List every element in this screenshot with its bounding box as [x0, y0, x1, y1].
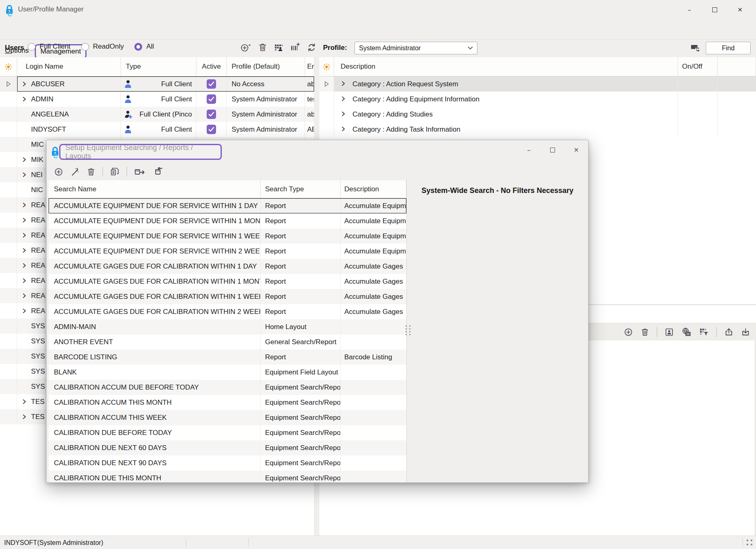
expand-toggle[interactable] — [341, 125, 346, 134]
expand-toggle[interactable] — [17, 248, 31, 253]
radio-icon[interactable] — [81, 43, 89, 51]
expand-toggle[interactable] — [17, 278, 31, 283]
user-grid-icon[interactable] — [274, 43, 283, 52]
delete-search-icon[interactable] — [87, 167, 96, 177]
add-search-icon[interactable] — [54, 167, 63, 177]
profile-sync-icon[interactable] — [690, 43, 701, 53]
find-button[interactable]: Find — [706, 42, 751, 54]
expand-toggle[interactable] — [17, 202, 31, 208]
edit-wand-icon[interactable] — [70, 167, 80, 177]
column-header-active[interactable]: Active — [196, 57, 227, 76]
search-name-cell: CALIBRATION DUE THIS MONTH — [49, 471, 261, 482]
category-row[interactable]: Category : Action Request System — [319, 76, 756, 92]
expand-toggle[interactable] — [17, 414, 31, 419]
column-header-search-name[interactable]: Search Name — [49, 180, 261, 198]
column-chooser-icon[interactable] — [290, 43, 300, 52]
grid-filter-icon[interactable] — [699, 327, 709, 337]
expand-toggle[interactable] — [17, 96, 31, 102]
column-header-description[interactable]: Description — [341, 180, 406, 198]
search-row[interactable]: CALIBRATION DUE NEXT 60 DAYSEquipment Se… — [49, 440, 406, 455]
user-row-indysoft[interactable]: INDYSOFTFull ClientSystem AdministratorA… — [0, 122, 314, 137]
resize-grip[interactable] — [747, 540, 753, 546]
export-icon[interactable] — [724, 327, 734, 337]
column-header-profile[interactable]: Profile (Default) — [227, 57, 305, 76]
column-header-login-name[interactable]: Login Name — [17, 57, 121, 76]
svg-text:C: C — [8, 11, 12, 17]
category-row[interactable]: Category : Adding Studies — [319, 107, 756, 122]
category-row[interactable]: Category : Adding Equipment Information — [319, 92, 756, 107]
column-header-onoff[interactable]: On/Off — [678, 57, 718, 76]
expand-toggle[interactable] — [17, 308, 31, 314]
category-row[interactable]: Category : Adding Task Information — [319, 122, 756, 137]
minimize-button[interactable]: − — [677, 2, 702, 17]
options-sun-icon[interactable] — [319, 63, 334, 71]
search-row[interactable]: CALIBRATION DUE NEXT 90 DAYSEquipment Se… — [49, 455, 406, 471]
search-row[interactable]: ACCUMULATE GAGES DUE FOR CALIBRATION WIT… — [49, 304, 406, 319]
export-search-icon[interactable] — [134, 167, 145, 177]
expand-toggle[interactable] — [17, 263, 31, 268]
search-row[interactable]: ADMIN-MAINHome Layout — [49, 319, 406, 334]
dialog-minimize-button[interactable]: − — [517, 142, 541, 158]
search-row[interactable]: CALIBRATION DUE BEFORE TODAYEquipment Se… — [49, 425, 406, 440]
expand-toggle[interactable] — [17, 217, 31, 223]
active-checkbox[interactable] — [207, 110, 216, 119]
column-header-description[interactable]: Description — [334, 57, 678, 76]
search-row[interactable]: ACCUMULATE EQUIPMENT DUE FOR SERVICE WIT… — [49, 229, 406, 244]
user-card-icon[interactable] — [665, 327, 674, 337]
expand-toggle[interactable] — [341, 110, 346, 119]
globe-translate-icon[interactable]: ab — [681, 327, 691, 337]
active-checkbox[interactable] — [207, 79, 216, 89]
import-icon[interactable] — [741, 327, 750, 337]
profile-dropdown[interactable]: System Administrator — [355, 42, 477, 54]
expand-toggle[interactable] — [341, 95, 346, 103]
refresh-icon[interactable] — [307, 43, 317, 52]
delete-item-icon[interactable] — [640, 327, 649, 337]
search-row[interactable]: ACCUMULATE GAGES DUE FOR CALIBRATION WIT… — [49, 289, 406, 304]
copy-layout-icon[interactable] — [110, 167, 120, 177]
radio-icon[interactable] — [28, 43, 36, 51]
active-checkbox[interactable] — [207, 125, 216, 134]
search-row[interactable]: CALIBRATION DUE THIS MONTHEquipment Sear… — [49, 471, 406, 482]
users-filter-radio-full-client[interactable]: Full Client — [28, 43, 71, 51]
user-row-admin[interactable]: ADMINFull ClientSystem Administratortes — [0, 92, 314, 107]
dialog-maximize-button[interactable] — [541, 142, 564, 158]
dialog-close-button[interactable]: ✕ — [564, 142, 588, 158]
login-name: INDYSOFT — [31, 125, 66, 134]
expand-toggle[interactable] — [17, 81, 31, 87]
search-row[interactable]: CALIBRATION ACCUM THIS MONTHEquipment Se… — [49, 395, 406, 410]
expand-toggle[interactable] — [17, 399, 31, 404]
add-user-button[interactable] — [240, 43, 252, 52]
active-checkbox[interactable] — [207, 94, 216, 104]
add-item-icon[interactable] — [624, 327, 633, 337]
splitter-handle[interactable] — [406, 325, 411, 335]
column-header-type[interactable]: Type — [121, 57, 196, 76]
search-row[interactable]: CALIBRATION ACCUM THIS WEEKEquipment Sea… — [49, 410, 406, 425]
search-row[interactable]: ACCUMULATE EQUIPMENT DUE FOR SERVICE WIT… — [49, 244, 406, 259]
search-row[interactable]: BARCODE LISTINGReportBarcode Listing — [49, 350, 406, 365]
delete-user-icon[interactable] — [258, 43, 267, 52]
column-header-email[interactable]: Er — [305, 57, 314, 76]
expand-toggle[interactable] — [17, 293, 31, 298]
expand-toggle[interactable] — [17, 233, 31, 238]
users-filter-radio-readonly[interactable]: ReadOnly — [81, 43, 124, 51]
column-header-search-type[interactable]: Search Type — [261, 180, 341, 198]
expand-toggle[interactable] — [17, 172, 31, 177]
close-button[interactable]: ✕ — [727, 2, 753, 17]
search-row[interactable]: ACCUMULATE GAGES DUE FOR CALIBRATION WIT… — [49, 259, 406, 274]
toolbar-separator — [127, 167, 127, 177]
expand-toggle[interactable] — [341, 80, 346, 88]
import-search-icon[interactable] — [152, 167, 163, 177]
user-row-angelena[interactable]: ANGELENAFull Client (PincoSystem Adminis… — [0, 107, 314, 122]
maximize-button[interactable] — [702, 2, 727, 17]
search-row[interactable]: ACCUMULATE GAGES DUE FOR CALIBRATION WIT… — [49, 274, 406, 289]
search-row[interactable]: BLANKEquipment Field Layout — [49, 365, 406, 380]
search-row[interactable]: CALIBRATION ACCUM DUE BEFORE TODAYEquipm… — [49, 380, 406, 395]
search-row[interactable]: ACCUMULATE EQUIPMENT DUE FOR SERVICE WIT… — [49, 198, 406, 213]
search-row[interactable]: ANOTHER EVENTGeneral Search/Report — [49, 334, 406, 350]
search-row[interactable]: ACCUMULATE EQUIPMENT DUE FOR SERVICE WIT… — [49, 213, 406, 229]
options-sun-icon[interactable] — [0, 63, 17, 71]
user-row-abcuser[interactable]: ABCUSERFull ClientNo Accessab — [0, 76, 314, 92]
radio-icon[interactable] — [134, 43, 142, 51]
expand-toggle[interactable] — [17, 157, 31, 162]
users-filter-radio-all[interactable]: All — [134, 43, 154, 51]
